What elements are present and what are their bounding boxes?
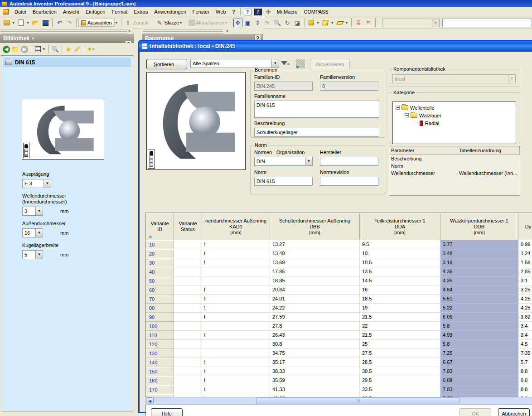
forward-icon[interactable]: ▶: [20, 45, 29, 53]
open-folder-icon[interactable]: 📂: [31, 19, 40, 27]
chevron-down-icon[interactable]: ▼: [432, 19, 439, 27]
edit-tools-icon[interactable]: 🖉: [73, 45, 82, 53]
chevron-down-icon[interactable]: ▼: [44, 179, 51, 188]
help-button[interactable]: Hilfe: [151, 408, 183, 416]
tree-item-radial[interactable]: Radial: [396, 119, 516, 127]
cancel-button[interactable]: Abbrechen: [498, 408, 530, 416]
manufacturer-field[interactable]: [320, 157, 378, 166]
pan-icon[interactable]: ☞: [263, 19, 272, 27]
dropdown-arrow-icon[interactable]: ▼: [115, 21, 118, 25]
menu-item-anwendungen[interactable]: Anwendungen: [151, 8, 189, 16]
chevron-down-icon[interactable]: ▼: [305, 157, 312, 165]
family-name-field[interactable]: DIN 615: [254, 101, 379, 118]
row-header-cell[interactable]: 130: [146, 349, 174, 358]
menu-item-[interactable]: ?: [229, 8, 238, 16]
dropdown-arrow-icon[interactable]: ▼: [26, 21, 30, 25]
grid-column-header-ddb[interactable]: Wälzkörperdurchmesser 1 DDB [mm]: [440, 213, 518, 240]
menu-item-web[interactable]: Web: [213, 8, 229, 16]
menu-item-datei[interactable]: Datei: [11, 8, 29, 16]
dialog-titlebar[interactable]: Inhaltsbibliothek : local - DIN.245: [139, 41, 532, 52]
parameter-table-column-header[interactable]: Tabellenzuordnung: [457, 146, 520, 155]
zoom-all-icon[interactable]: ✥: [233, 19, 242, 27]
hierarchy-flat-icon[interactable]: ꖛ: [364, 19, 373, 27]
toolbar-edit-field[interactable]: [442, 19, 532, 27]
window-titlebar[interactable]: Autodesk Inventor Professional 9 - [Baug…: [0, 0, 532, 7]
parameter-combobox[interactable]: 16▼: [22, 228, 43, 237]
chevron-down-icon[interactable]: ▼: [35, 251, 43, 259]
redo-icon[interactable]: ↷: [65, 19, 74, 27]
dropdown-arrow-icon[interactable]: ▼: [330, 21, 334, 25]
menu-item-ansicht[interactable]: Ansicht: [60, 8, 82, 16]
grid-column-header-dy[interactable]: Dy: [518, 213, 532, 240]
sketch-pencil-icon[interactable]: ✎: [155, 19, 164, 27]
parameter-table-row[interactable]: Beschreibung: [389, 155, 520, 162]
tree-expander-icon[interactable]: [405, 113, 409, 117]
panel-grip-handle[interactable]: [143, 29, 222, 34]
columns-combobox[interactable]: Alle Spalten ▼: [190, 59, 279, 68]
row-header-cell[interactable]: 90: [146, 313, 174, 322]
menu-item-bearbeiten[interactable]: Bearbeiten: [29, 8, 60, 16]
new-file-icon[interactable]: [17, 19, 26, 27]
row-header-cell[interactable]: 80: [146, 304, 174, 313]
select-button[interactable]: Auswählen: [78, 19, 115, 27]
close-icon[interactable]: x: [126, 28, 132, 34]
chevron-down-icon[interactable]: ▼: [35, 229, 43, 237]
folder-up-icon[interactable]: 📁: [11, 45, 20, 53]
zoom-icon[interactable]: ⇕: [253, 19, 262, 27]
tree-item-wellenteile[interactable]: Wellenteile: [396, 104, 516, 111]
macro-table-icon[interactable]: 7: [254, 9, 262, 15]
row-header-cell[interactable]: 140: [146, 358, 174, 367]
menu-item-extras[interactable]: Extras: [131, 8, 151, 16]
back-icon[interactable]: ◀: [2, 45, 11, 53]
parameter-table-column-header[interactable]: Parameter: [389, 146, 457, 155]
dropdown-arrow-icon[interactable]: ▼: [179, 21, 183, 25]
row-header-cell[interactable]: 160: [146, 376, 174, 385]
parameter-combobox[interactable]: 5▼: [22, 250, 43, 259]
category-tree[interactable]: WellenteileWälzlagerRadial: [392, 102, 516, 144]
description-field[interactable]: Schulterkugellager: [254, 128, 379, 137]
row-header-cell[interactable]: 110: [146, 331, 174, 340]
shadow-plane-icon[interactable]: [335, 19, 344, 27]
scroll-left-icon[interactable]: ◀: [146, 397, 154, 404]
chevron-down-icon[interactable]: ▼: [271, 59, 279, 68]
row-header-cell[interactable]: 60: [146, 285, 174, 295]
scrollbar-track[interactable]: [154, 397, 532, 404]
favorites-star-icon[interactable]: ★: [64, 45, 73, 53]
grid-column-header-kad1[interactable]: nendurchmesser Außenring KAD1 [mm]: [202, 213, 270, 240]
row-header-cell[interactable]: 170: [146, 385, 174, 394]
dropdown-arrow-icon[interactable]: ▼: [345, 21, 348, 25]
horizontal-scrollbar[interactable]: ◀: [145, 397, 532, 405]
list-view-icon[interactable]: [33, 45, 42, 53]
tree-expander-icon[interactable]: [396, 106, 400, 110]
rotate-icon[interactable]: ↻: [283, 19, 292, 27]
row-header-cell[interactable]: 70: [146, 295, 174, 304]
row-header-cell[interactable]: 120: [146, 340, 174, 349]
row-header-cell[interactable]: 10: [146, 240, 174, 249]
dropdown-arrow-icon[interactable]: ▼: [12, 21, 15, 25]
look-at-icon[interactable]: ◪: [293, 19, 302, 27]
zoom-window-icon[interactable]: ▣: [243, 19, 252, 27]
row-header-cell[interactable]: 40: [146, 267, 174, 276]
camera-view-icon[interactable]: [321, 19, 330, 27]
plus-icon[interactable]: ✚: [265, 9, 272, 15]
parameter-table-row[interactable]: WellendurchmesserWellendurchmesser (Inn.…: [389, 169, 520, 177]
sort-button[interactable]: Sortieren ...: [146, 59, 187, 69]
part-dropdown-icon[interactable]: [2, 19, 11, 27]
parameter-combobox[interactable]: 3▼: [22, 207, 43, 216]
search-icon[interactable]: 🔍: [51, 45, 60, 53]
dropdown-arrow-icon[interactable]: ▼: [42, 47, 46, 51]
tree-item-wlzlager[interactable]: Wälzlager: [396, 111, 516, 119]
row-header-cell[interactable]: 150: [146, 367, 174, 376]
standard-field[interactable]: DIN 615: [254, 177, 313, 186]
library-panel-titlebar[interactable]: Bibliothek ▼ ?: [0, 34, 134, 43]
parameter-table-row[interactable]: Norm: [389, 162, 520, 169]
help-window-icon[interactable]: ?: [244, 9, 251, 15]
filter-icon[interactable]: ▼=: [86, 45, 95, 53]
grid-column-header-status[interactable]: Variante Status: [174, 213, 202, 240]
parameter-combobox[interactable]: E 3▼: [22, 179, 51, 188]
hierarchy-icon[interactable]: 품: [354, 19, 363, 27]
filter-icon[interactable]: =: [281, 61, 290, 66]
row-header-cell[interactable]: 30: [146, 258, 174, 267]
zoom-selected-icon[interactable]: 🔍: [273, 19, 282, 27]
toolbar-combobox[interactable]: ▼: [382, 19, 440, 27]
